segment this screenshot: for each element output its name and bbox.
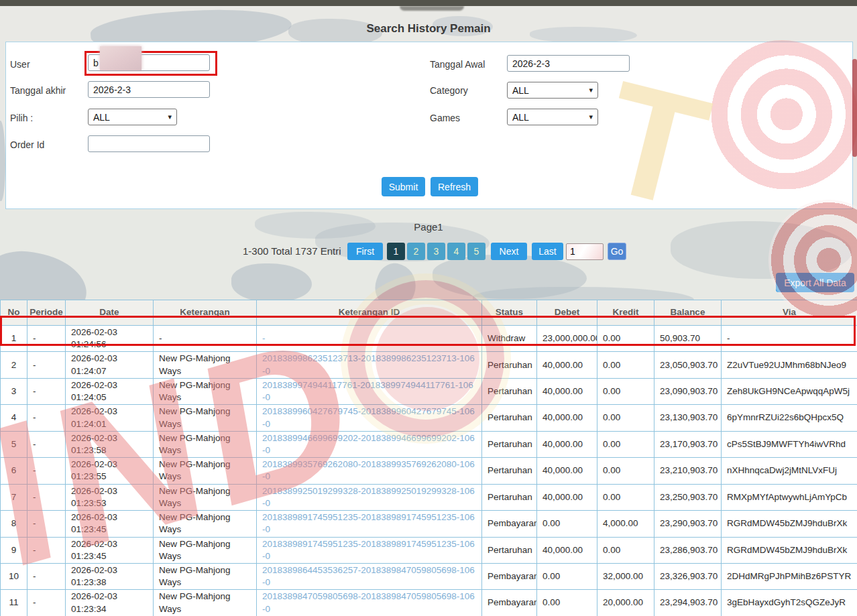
cell-kredit: 0.00	[597, 405, 654, 431]
first-page-button[interactable]: First	[347, 243, 383, 260]
keterangan-id-link[interactable]: 2018389891745951235-2018389891745951235-…	[262, 539, 475, 561]
keterangan-id-link[interactable]: -	[262, 333, 266, 343]
last-page-button[interactable]: Last	[532, 243, 563, 260]
cell-keterangan: New PG-Mahjong Ways	[154, 590, 257, 616]
cell-keterangan: New PG-Mahjong Ways	[154, 484, 257, 510]
keterangan-id-link[interactable]: 2018389960427679745-2018389960427679745-…	[262, 406, 475, 428]
table-header-cell: Debet	[537, 300, 597, 326]
table-row: 7 - 2026-02-0301:23:53 New PG-Mahjong Wa…	[1, 484, 857, 510]
pilih-label: Pilih :	[10, 113, 33, 123]
table-header-cell: Date	[66, 300, 154, 326]
keterangan-id-link[interactable]: 2018389847059805698-2018389847059805698-…	[262, 591, 475, 613]
cell-debet: 0.00	[537, 590, 597, 616]
cell-keterangan-id: 2018389891745951235-2018389891745951235-…	[257, 537, 482, 563]
cell-via: RGRdMDW45bZMJ9hduBrXk	[722, 537, 857, 563]
table-header-cell: Balance	[654, 300, 722, 326]
refresh-button[interactable]: Refresh	[431, 177, 478, 196]
pilih-select-value: ALL	[93, 112, 110, 123]
browser-top-bar-shadow	[400, 6, 464, 11]
pilih-select[interactable]: ALL ▾	[88, 109, 177, 125]
pagination-controls: First 1 2 3 4 5 Next Last Go	[347, 243, 626, 260]
order-id-input[interactable]	[88, 135, 210, 152]
keterangan-id-link[interactable]: 2018389974944117761-2018389974944117761-…	[262, 380, 473, 402]
cell-via: RGRdMDW45bZMJ9hduBrXk	[722, 511, 857, 537]
cell-debet: 23,000,000.00	[537, 326, 597, 352]
cell-keterangan-id: 2018389925019299328-2018389925019299328-…	[257, 484, 482, 510]
table-header-row: NoPeriodeDateKeteranganKeterangan IDStat…	[1, 300, 857, 326]
cell-status: Pembayaran	[482, 563, 537, 589]
cell-date: 2026-02-0301:24:07	[66, 352, 154, 378]
cell-periode: -	[27, 563, 66, 589]
table-row: 1 - 2026-02-0301:24:56 - - Withdraw 23,0…	[1, 326, 857, 352]
cell-date: 2026-02-0301:24:01	[66, 405, 154, 431]
submit-button[interactable]: Submit	[382, 177, 425, 196]
page-number-button[interactable]: 4	[447, 243, 465, 260]
table-row: 5 - 2026-02-0301:23:58 New PG-Mahjong Wa…	[1, 431, 857, 457]
keterangan-id-link[interactable]: 2018389925019299328-2018389925019299328-…	[262, 486, 475, 508]
games-label: Games	[430, 113, 460, 123]
cell-date: 2026-02-0301:23:45	[66, 511, 154, 537]
category-select-value: ALL	[512, 85, 529, 96]
page-number-buttons: 1 2 3 4 5	[387, 243, 485, 260]
cell-balance: 23,326,903.70	[654, 563, 722, 589]
cell-status: Pertaruhan	[482, 431, 537, 457]
cell-kredit: 0.00	[597, 458, 654, 484]
watermark-edge-strip	[852, 59, 857, 157]
cell-balance: 23,170,903.70	[654, 431, 722, 457]
keterangan-id-link[interactable]: 2018389864453536257-2018389847059805698-…	[262, 565, 475, 587]
next-page-button[interactable]: Next	[491, 243, 527, 260]
tanggal-awal-input[interactable]	[507, 55, 630, 72]
cell-keterangan: -	[154, 326, 257, 352]
keterangan-id-link[interactable]: 2018389946699699202-2018389946699699202-…	[262, 433, 475, 455]
tanggal-akhir-label: Tanggal akhir	[10, 85, 66, 96]
table-row: 6 - 2026-02-0301:23:55 New PG-Mahjong Wa…	[1, 458, 857, 484]
cell-keterangan-id: 2018389935769262080-2018389935769262080-…	[257, 458, 482, 484]
cell-no: 1	[1, 326, 27, 352]
cell-status: Pertaruhan	[482, 378, 537, 404]
chevron-down-icon: ▾	[168, 113, 172, 121]
tanggal-akhir-input[interactable]	[88, 81, 210, 98]
cell-balance: 23,130,903.70	[654, 405, 722, 431]
cell-keterangan-id: 2018389847059805698-2018389847059805698-…	[257, 590, 482, 616]
table-header-cell: Periode	[27, 300, 66, 326]
user-label: User	[10, 59, 30, 70]
user-input[interactable]	[88, 54, 210, 71]
browser-top-bar	[0, 0, 857, 6]
cell-status: Pertaruhan	[482, 405, 537, 431]
cell-debet: 40,000.00	[537, 537, 597, 563]
page-number-button[interactable]: 5	[467, 243, 485, 260]
cell-no: 4	[1, 405, 27, 431]
cell-periode: -	[27, 352, 66, 378]
keterangan-id-link[interactable]: 2018389986235123713-2018389986235123713-…	[262, 353, 475, 375]
cell-debet: 40,000.00	[537, 378, 597, 404]
cell-kredit: 0.00	[597, 352, 654, 378]
cell-kredit: 32,000.00	[597, 563, 654, 589]
table-row: 11 - 2026-02-0301:23:34 New PG-Mahjong W…	[1, 590, 857, 616]
cell-kredit: 0.00	[597, 326, 654, 352]
cell-date: 2026-02-0301:24:05	[66, 378, 154, 404]
go-button[interactable]: Go	[608, 243, 626, 260]
category-select[interactable]: ALL ▾	[507, 82, 598, 99]
export-all-data-button[interactable]: Export All Data	[776, 273, 854, 292]
cell-keterangan: New PG-Mahjong Ways	[154, 378, 257, 404]
cell-balance: 23,294,903.70	[654, 590, 722, 616]
cell-via: Zeh8UkGH9NCeApwqqApW5j	[722, 378, 857, 404]
goto-page-input[interactable]	[566, 243, 604, 260]
cell-no: 9	[1, 537, 27, 563]
keterangan-id-link[interactable]: 2018389935769262080-2018389935769262080-…	[262, 459, 475, 481]
table-header-cell: No	[1, 300, 27, 326]
cell-periode: -	[27, 484, 66, 510]
page-number-button[interactable]: 1	[387, 243, 405, 260]
cell-no: 5	[1, 431, 27, 457]
page-number-button[interactable]: 3	[427, 243, 445, 260]
page-number-button[interactable]: 2	[407, 243, 425, 260]
games-select[interactable]: ALL ▾	[507, 109, 598, 125]
cell-periode: -	[27, 326, 66, 352]
table-row: 8 - 2026-02-0301:23:45 New PG-Mahjong Wa…	[1, 511, 857, 537]
cell-no: 10	[1, 563, 27, 589]
cell-date: 2026-02-0301:23:53	[66, 484, 154, 510]
keterangan-id-link[interactable]: 2018389891745951235-2018389891745951235-…	[262, 512, 475, 534]
cell-date: 2026-02-0301:24:56	[66, 326, 154, 352]
cell-keterangan-id: 2018389946699699202-2018389946699699202-…	[257, 431, 482, 457]
games-select-value: ALL	[512, 112, 529, 123]
